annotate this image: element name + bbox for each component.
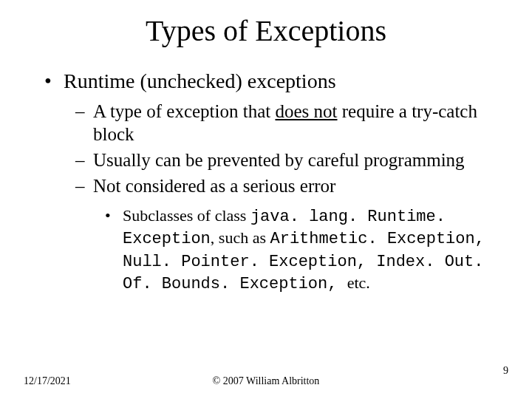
slide-title: Types of Exceptions	[0, 0, 532, 55]
text-fragment: , such as	[211, 228, 270, 247]
text-fragment: Subclasses of class	[123, 206, 250, 225]
footer-date: 12/17/2021	[24, 375, 71, 387]
text-fragment: etc.	[347, 273, 370, 292]
text-fragment: A type of exception that	[93, 101, 275, 121]
slide: Types of Exceptions Runtime (unchecked) …	[0, 0, 532, 399]
subbullet-subclasses: Subclasses of class java. lang. Runtime.…	[22, 205, 510, 296]
subbullet-trycatch: A type of exception that does not requir…	[22, 100, 510, 146]
footer-copyright: © 2007 William Albritton	[0, 375, 532, 387]
bullet-runtime-exceptions: Runtime (unchecked) exceptions	[22, 69, 510, 94]
slide-content: Runtime (unchecked) exceptions A type of…	[0, 55, 532, 296]
underlined-text: does not	[275, 101, 337, 121]
footer-page-number: 9	[503, 365, 508, 377]
subbullet-not-serious: Not considered as a serious error	[22, 174, 510, 197]
footer: 12/17/2021 © 2007 William Albritton 9	[0, 375, 532, 387]
subbullet-prevented: Usually can be prevented by careful prog…	[22, 149, 510, 171]
